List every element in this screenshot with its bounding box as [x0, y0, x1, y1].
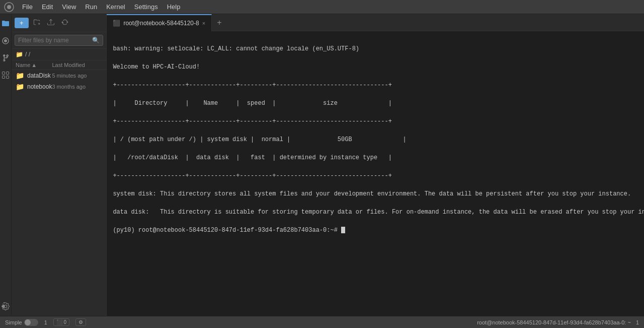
app-logo: [4, 2, 14, 12]
settings-icon: ⚙: [78, 319, 83, 325]
branch-badge: ⬛ 0: [53, 318, 69, 326]
menu-run[interactable]: Run: [81, 2, 101, 12]
list-item[interactable]: 📁 dataDisk 5 minutes ago: [12, 70, 106, 81]
terminal-line-3: +-------------------+-------------+-----…: [113, 81, 644, 90]
search-area: 🔍: [12, 32, 106, 49]
toggle-track[interactable]: [24, 319, 38, 326]
search-input[interactable]: [18, 37, 92, 44]
terminal-content[interactable]: bash: warning: setlocale: LC_ALL: cannot…: [107, 31, 644, 316]
line-number: 1: [44, 319, 47, 325]
branch-text: 0: [64, 319, 67, 325]
terminal-line-4: | Directory | Name | speed | size |: [113, 99, 644, 108]
terminal-line-7: | /root/dataDisk | data disk | fast | de…: [113, 153, 644, 162]
terminal-prompt: (py10) root@notebook-58445120-847d-11ef-…: [113, 227, 341, 234]
active-tab[interactable]: ⬛ root@notebook-58445120-8 ×: [107, 14, 212, 31]
folder-icon: 📁: [16, 83, 24, 91]
sidebar-icon-settings[interactable]: [0, 301, 11, 312]
menu-kernel[interactable]: Kernel: [102, 2, 129, 12]
file-sidebar: + 🔍 📁 / / Name ▲: [12, 14, 107, 316]
file-list: 📁 dataDisk 5 minutes ago 📁 notebook 3 mo…: [12, 70, 106, 316]
folder-icon: 📁: [16, 72, 24, 80]
menu-view[interactable]: View: [58, 2, 80, 12]
file-list-header: Name ▲ Last Modified: [12, 60, 106, 70]
status-right: root@notebook-58445120-847d-11ef-93d4-fa…: [477, 319, 639, 325]
menu-settings[interactable]: Settings: [130, 2, 162, 12]
svg-point-1: [7, 5, 11, 9]
settings-badge[interactable]: ⚙: [75, 318, 86, 326]
terminal-icon: ⬛: [113, 20, 120, 27]
new-folder-button[interactable]: [31, 17, 43, 29]
kernel-count: 1: [636, 319, 639, 325]
notebook-area: ⬛ root@notebook-58445120-8 × + bash: war…: [107, 14, 644, 316]
branch-icon: ⬛: [56, 319, 62, 325]
file-modified: 3 months ago: [52, 84, 102, 90]
column-modified[interactable]: Last Modified: [52, 62, 102, 68]
folder-icon: 📁: [16, 51, 23, 58]
icon-sidebar: [0, 14, 12, 316]
terminal-line-5: +-------------------+-------------+-----…: [113, 117, 644, 126]
svg-point-3: [4, 39, 7, 42]
terminal-line-8: +-------------------+-------------+-----…: [113, 171, 644, 180]
search-icon: 🔍: [92, 37, 100, 44]
file-name: dataDisk: [27, 72, 52, 79]
terminal-line-9: system disk: This directory stores all s…: [113, 189, 644, 199]
refresh-button[interactable]: [59, 17, 71, 29]
menu-file[interactable]: File: [18, 2, 37, 12]
file-name: notebook: [27, 83, 52, 90]
main-area: + 🔍 📁 / / Name ▲: [0, 14, 644, 316]
list-item[interactable]: 📁 notebook 3 months ago: [12, 81, 106, 92]
new-tab-button[interactable]: +: [212, 18, 226, 27]
sidebar-icon-extensions[interactable]: [0, 70, 11, 81]
tab-bar: ⬛ root@notebook-58445120-8 × +: [107, 14, 644, 31]
menu-help[interactable]: Help: [163, 2, 185, 12]
path-bar: 📁 / /: [12, 49, 106, 60]
sort-icon: ▲: [31, 62, 37, 68]
status-bar: Simple 1 ⬛ 0 ⚙ root@notebook-58445120-84…: [0, 316, 644, 328]
plus-icon: +: [20, 19, 24, 27]
terminal-cursor: [341, 227, 345, 233]
new-launcher-button[interactable]: +: [15, 18, 29, 28]
path-text: / /: [25, 51, 30, 58]
sidebar-icon-folder[interactable]: [0, 18, 11, 29]
mode-toggle[interactable]: Simple: [5, 319, 38, 326]
terminal-line-6: | / (most path under /) | system disk | …: [113, 135, 644, 144]
sidebar-icon-running[interactable]: [0, 35, 11, 46]
search-box-container: 🔍: [15, 35, 103, 46]
menubar: File Edit View Run Kernel Settings Help: [0, 0, 644, 14]
menu-edit[interactable]: Edit: [38, 2, 57, 12]
tab-close-button[interactable]: ×: [202, 20, 205, 26]
terminal-line-10: data disk: This directory is suitable fo…: [113, 208, 644, 217]
column-name[interactable]: Name ▲: [16, 62, 52, 68]
mode-label: Simple: [5, 319, 22, 325]
kernel-info: root@notebook-58445120-847d-11ef-93d4-fa…: [477, 319, 631, 325]
upload-button[interactable]: [45, 17, 57, 29]
tab-title: root@notebook-58445120-8: [123, 20, 199, 27]
terminal-line-1: bash: warning: setlocale: LC_ALL: cannot…: [113, 44, 644, 53]
file-modified: 5 minutes ago: [52, 73, 102, 79]
toggle-thumb: [25, 319, 31, 325]
file-toolbar: +: [12, 14, 106, 32]
sidebar-icon-git[interactable]: [0, 52, 11, 63]
terminal-line-2: Welcome to HPC-AI-Cloud!: [113, 62, 644, 72]
